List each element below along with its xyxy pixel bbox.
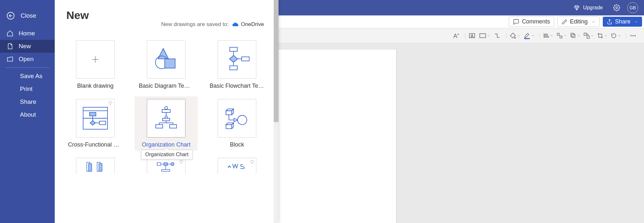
svg-point-16 [635,35,636,36]
svg-marker-26 [230,55,238,62]
size-dropdown[interactable] [596,32,608,40]
nav-home[interactable]: Home [0,27,55,40]
svg-rect-10 [572,34,575,37]
nav-print-label: Print [20,85,33,92]
aws-icon [226,161,248,171]
swimlane-icon [81,104,110,133]
scrollbar-thumb[interactable] [274,0,279,122]
chevron-down-icon [591,34,594,37]
editing-mode-button[interactable]: Editing [557,16,600,27]
save-location-row: New drawings are saved to: OneDrive [161,21,264,28]
comments-button[interactable]: Comments [509,16,554,27]
svg-rect-50 [226,111,232,115]
svg-rect-49 [170,125,177,128]
chevron-down-icon [634,20,638,24]
template-basic-diagram[interactable]: Basic Diagram Temp… [137,40,195,89]
svg-marker-21 [158,49,168,59]
bucket-icon [509,32,516,39]
svg-rect-3 [480,33,486,38]
template-organization-chart[interactable]: Organization Chart Organization Chart [135,96,198,151]
svg-rect-58 [99,164,102,171]
svg-rect-59 [157,163,161,165]
svg-rect-6 [545,34,547,35]
rotate-icon [611,32,617,39]
template-block[interactable]: Block [208,99,266,148]
new-panel: New New drawings are saved to: OneDrive … [55,0,279,223]
nav-new[interactable]: New [0,40,55,53]
font-size-grow-button[interactable] [451,31,460,40]
text-box-button[interactable] [468,31,477,40]
bring-front-dropdown[interactable] [569,32,581,40]
svg-point-42 [165,116,167,118]
pen-icon [524,32,531,39]
ellipsis-icon [630,32,637,39]
chevron-down-icon [577,34,580,37]
group-dropdown[interactable] [583,32,594,40]
svg-rect-40 [162,110,170,112]
svg-rect-7 [545,36,549,37]
nav-save-as-label: Save As [20,73,43,79]
more-button[interactable] [629,31,638,40]
template-blank-drawing[interactable]: Blank drawing [66,40,124,89]
position-dropdown[interactable] [556,32,567,40]
svg-rect-65 [162,169,170,171]
svg-point-15 [632,35,634,36]
connector-button[interactable] [493,31,502,40]
share-button[interactable]: Share [603,17,642,27]
template-grid: Blank drawing Basic Diagram Temp… Basic … [66,40,267,174]
svg-rect-23 [165,59,175,68]
save-location-link[interactable]: OneDrive [232,21,264,28]
nav-open-label: Open [19,56,33,63]
nav-open[interactable]: Open [0,53,55,66]
premium-badge-icon [250,160,254,164]
svg-marker-36 [90,120,95,125]
template-cross-functional[interactable]: Cross-Functional Flo… [66,99,124,148]
bars-icon [84,160,107,173]
svg-rect-28 [242,57,249,61]
pencil-icon [562,19,567,25]
template-label: Organization Chart [142,141,190,148]
nav-share[interactable]: Share [0,95,55,108]
svg-rect-12 [584,33,587,35]
template-label: Cross-Functional Flo… [68,141,123,148]
nav-home-label: Home [19,30,35,37]
align-dropdown[interactable] [542,32,554,40]
shape-outline-dropdown[interactable] [478,32,491,39]
block-icon [223,104,251,133]
template-label: Basic Flowchart Tem… [210,83,264,89]
svg-point-14 [630,35,632,36]
chevron-down-icon [517,34,520,37]
svg-point-39 [165,106,168,109]
svg-rect-9 [560,36,562,38]
nav-save-as[interactable]: Save As [0,70,55,83]
cloud-icon [232,22,239,27]
template-basic-flowchart[interactable]: Basic Flowchart Tem… [208,40,266,89]
template-label: Basic Diagram Temp… [139,83,194,89]
upgrade-button[interactable]: Upgrade [573,4,603,11]
comments-label: Comments [522,18,550,25]
svg-point-0 [616,7,618,9]
svg-rect-48 [156,125,163,128]
nav-new-label: New [19,43,31,50]
group-icon [583,32,590,39]
svg-rect-30 [230,66,237,70]
nav-about[interactable]: About [0,108,55,121]
line-color-dropdown[interactable] [523,31,535,40]
nav-print[interactable]: Print [0,83,55,95]
rotate-dropdown[interactable] [610,32,621,40]
basic-diagram-icon [152,45,181,74]
arrow-left-circle-icon [6,12,15,20]
nav-share-label: Share [20,98,36,105]
settings-button[interactable] [613,4,620,11]
font-size-icon [452,32,459,39]
flowchart-icon [223,45,251,74]
template-partial-1[interactable] [66,158,124,174]
user-avatar[interactable]: GB [627,2,638,13]
backstage-nav: Close Home New Open Save As Print Share … [0,0,55,223]
template-partial-2[interactable] [137,158,195,174]
back-button[interactable]: Close [0,8,55,24]
template-partial-3[interactable] [208,158,266,174]
fill-color-dropdown[interactable] [509,31,521,40]
comment-icon [513,19,519,25]
svg-rect-24 [230,47,237,51]
